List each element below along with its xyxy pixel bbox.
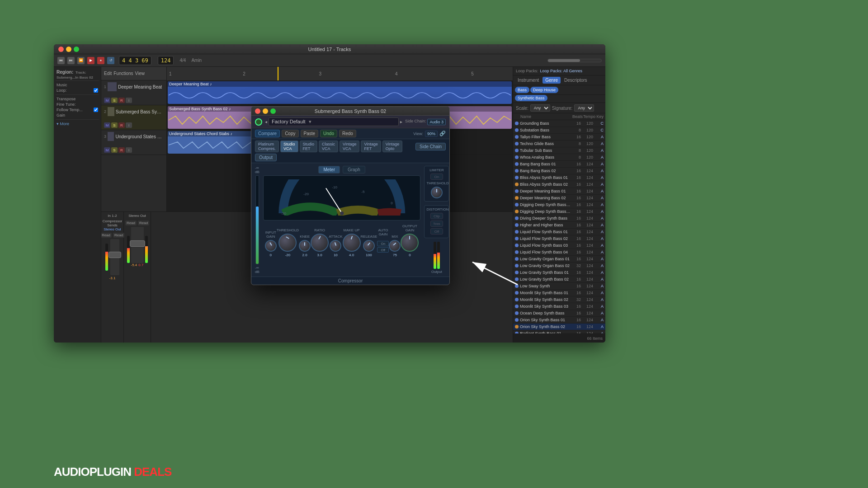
edit-menu[interactable]: Edit bbox=[104, 71, 112, 76]
attack-knob[interactable] bbox=[330, 240, 341, 252]
result-item[interactable]: Low Gravity Organ Bass 0232124A bbox=[513, 263, 605, 269]
back-button[interactable]: ⏪ bbox=[77, 57, 85, 64]
result-item[interactable]: Taliyo Filter Bass16120A bbox=[513, 134, 605, 141]
close-button[interactable] bbox=[58, 47, 64, 52]
redo-btn[interactable]: Redo bbox=[339, 130, 356, 137]
result-item[interactable]: Low Gravity Organ Bass 0116124A bbox=[513, 256, 605, 263]
graph-tab[interactable]: Graph bbox=[343, 166, 365, 174]
result-item[interactable]: Moonlit Sky Synth Bass 0232124A bbox=[513, 296, 605, 303]
ch-stereo-out-1[interactable]: Stereo Out bbox=[104, 227, 121, 231]
result-item[interactable]: Orion Sky Synth Bass 0216124A bbox=[513, 324, 605, 330]
result-item[interactable]: Substation Bass8120C bbox=[513, 127, 605, 134]
plugin-min-btn[interactable] bbox=[263, 108, 268, 114]
genre-bass[interactable]: Bass bbox=[515, 87, 529, 93]
ag-on-btn[interactable]: On bbox=[377, 241, 389, 246]
record-button[interactable]: ● bbox=[97, 57, 104, 64]
sidechain-value[interactable]: Audio 3 bbox=[427, 119, 446, 125]
signature-select[interactable]: Any bbox=[574, 104, 594, 112]
result-item[interactable]: Tubular Sub Bass8120A bbox=[513, 147, 605, 154]
result-item[interactable]: Low Gravity Synth Bass 0116124A bbox=[513, 269, 605, 276]
functions-menu[interactable]: Functions bbox=[113, 71, 133, 76]
result-item[interactable]: Liquid Flow Synth Bass 0116124A bbox=[513, 229, 605, 235]
scale-select[interactable]: Any bbox=[530, 104, 550, 112]
rec-btn-1[interactable]: R bbox=[118, 98, 125, 103]
ratio-knob[interactable] bbox=[311, 234, 329, 252]
result-item[interactable]: Deeper Meaning Bass 0116124A bbox=[513, 188, 605, 195]
result-item[interactable]: Liquid Flow Synth Bass 0416124A bbox=[513, 249, 605, 256]
result-item[interactable]: Bang Bang Bass 0116124A bbox=[513, 161, 605, 168]
model-studio-fet[interactable]: StudioFET bbox=[300, 141, 318, 152]
result-item[interactable]: Digging Deep Synth Bass 0216124A bbox=[513, 208, 605, 215]
result-item[interactable]: Grounding Bass16120C bbox=[513, 120, 605, 127]
solo-btn-3[interactable]: S bbox=[111, 147, 118, 153]
read-btn-1[interactable]: Read bbox=[101, 233, 112, 238]
fast-forward-button[interactable]: ⏭ bbox=[67, 57, 75, 64]
solo-btn-2[interactable]: S bbox=[111, 122, 118, 128]
result-item[interactable]: Ocean Deep Synth Bass16124A bbox=[513, 310, 605, 317]
solo-btn-1[interactable]: S bbox=[111, 98, 118, 103]
genre-synthetic-bass[interactable]: Synthetic Bass bbox=[515, 95, 547, 101]
release-knob[interactable] bbox=[363, 240, 375, 252]
link-icon[interactable]: 🔗 bbox=[439, 131, 446, 136]
freeze-btn-1[interactable]: I bbox=[126, 98, 132, 103]
result-item[interactable]: Diving Deeper Synth Bass16124A bbox=[513, 215, 605, 222]
result-item[interactable]: Bliss Abyss Synth Bass 0116124A bbox=[513, 174, 605, 181]
result-item[interactable]: Moonlit Sky Synth Bass 0116124A bbox=[513, 290, 605, 296]
mix-knob[interactable] bbox=[389, 240, 401, 252]
output-gain-knob[interactable] bbox=[401, 234, 419, 252]
ch-compressor-1[interactable]: Compressor bbox=[103, 219, 123, 223]
model-studio-vca[interactable]: StudioVCA bbox=[280, 141, 298, 152]
dist-clip-btn[interactable]: Clip bbox=[430, 213, 443, 219]
view-value[interactable]: 90% bbox=[425, 131, 438, 137]
minimize-button[interactable] bbox=[66, 47, 71, 52]
cycle-button[interactable]: ↺ bbox=[107, 57, 114, 64]
loop-checkbox[interactable] bbox=[94, 88, 98, 93]
tab-instrument[interactable]: Instrument bbox=[515, 77, 542, 84]
plugin-max-btn[interactable] bbox=[270, 108, 276, 114]
result-item[interactable]: Bliss Abyss Synth Bass 0216124A bbox=[513, 181, 605, 188]
result-item[interactable]: Higher and Higher Bass16124A bbox=[513, 222, 605, 229]
plugin-power-btn[interactable] bbox=[255, 118, 262, 126]
model-platinum[interactable]: PlatinumCompres. bbox=[255, 141, 279, 152]
read-btn-2b[interactable]: Read bbox=[138, 221, 149, 225]
result-item[interactable]: Low Sway Synth16124A bbox=[513, 283, 605, 290]
plugin-close-btn[interactable] bbox=[255, 108, 260, 114]
play-button[interactable]: ▶ bbox=[87, 57, 94, 64]
plugin-nav-prev[interactable]: ◂ bbox=[265, 119, 267, 124]
copy-btn[interactable]: Copy bbox=[282, 130, 298, 137]
mute-btn-1[interactable]: M bbox=[104, 98, 110, 103]
undo-btn[interactable]: Undo bbox=[320, 130, 337, 137]
master-volume-slider[interactable] bbox=[547, 59, 602, 62]
side-chain-btn[interactable]: Side Chain bbox=[415, 143, 446, 150]
mute-btn-2[interactable]: M bbox=[104, 122, 110, 128]
region-more[interactable]: ▾ More bbox=[56, 121, 99, 127]
result-item[interactable]: Bang Bang Bass 0216124A bbox=[513, 168, 605, 174]
result-item[interactable]: Low Gravity Synth Bass 0216124A bbox=[513, 276, 605, 283]
model-vintage-opto[interactable]: VintageOpto bbox=[382, 141, 402, 152]
result-item[interactable]: Deeper Meaning Bass 0216124A bbox=[513, 195, 605, 202]
result-item[interactable]: Orion Sky Synth Bass 0116124A bbox=[513, 317, 605, 324]
limiter-btn[interactable]: On bbox=[430, 174, 443, 180]
maximize-button[interactable] bbox=[74, 47, 79, 52]
output-btn[interactable]: Output bbox=[255, 154, 277, 161]
model-classic-vca[interactable]: ClassicVCA bbox=[319, 141, 338, 152]
tab-genre[interactable]: Genre bbox=[542, 77, 561, 84]
result-item[interactable]: Whoa Analog Bass8120A bbox=[513, 154, 605, 161]
dist-off-btn[interactable]: Off bbox=[430, 228, 443, 235]
follow-tempo-checkbox[interactable] bbox=[94, 108, 98, 112]
result-item[interactable]: Liquid Flow Synth Bass 0216124A bbox=[513, 235, 605, 242]
plugin-nav-next[interactable]: ▸ bbox=[400, 119, 402, 124]
tab-descriptors[interactable]: Descriptors bbox=[561, 77, 590, 84]
paste-btn[interactable]: Paste bbox=[301, 130, 319, 137]
ag-off-btn[interactable]: Off bbox=[377, 247, 389, 253]
read-btn-2[interactable]: Read bbox=[125, 221, 137, 225]
model-vintage-vca[interactable]: VintageVCA bbox=[340, 141, 359, 152]
model-vintage-fet[interactable]: VintageFET bbox=[361, 141, 381, 152]
rewind-button[interactable]: ⏮ bbox=[57, 57, 65, 64]
input-gain-knob[interactable] bbox=[265, 240, 277, 252]
meter-tab[interactable]: Meter bbox=[318, 166, 340, 174]
loop-packs-value[interactable]: Loop Packs: All Genres bbox=[540, 69, 583, 73]
mute-btn-3[interactable]: M bbox=[104, 147, 110, 153]
region-follow-tempo[interactable]: Follow Temp... bbox=[56, 107, 99, 113]
result-item[interactable]: Moonlit Sky Synth Bass 0316124A bbox=[513, 303, 605, 310]
